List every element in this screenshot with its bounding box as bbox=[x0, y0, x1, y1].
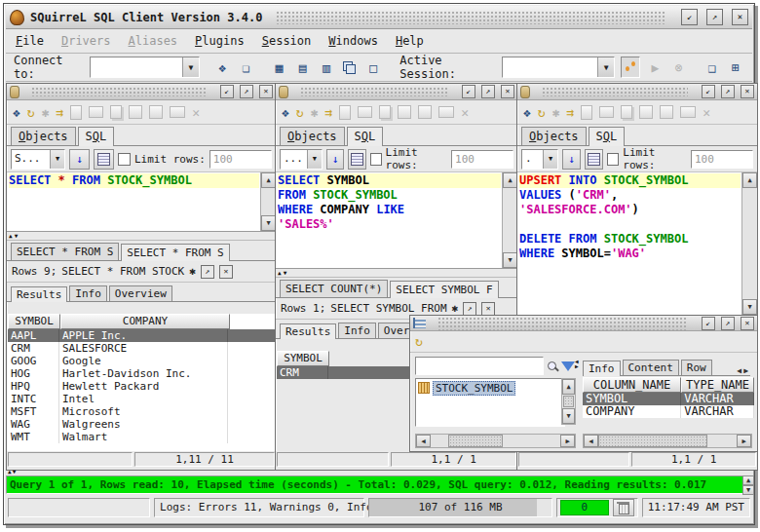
tab[interactable]: Results bbox=[280, 323, 336, 339]
show-history-button[interactable] bbox=[585, 149, 603, 170]
tab[interactable]: Info bbox=[69, 285, 107, 301]
append-history-button[interactable]: ↓ bbox=[562, 149, 581, 170]
object-tree-icon[interactable]: ⊞ bbox=[727, 57, 744, 77]
maximize-button[interactable]: ↗ bbox=[721, 85, 735, 98]
alias-properties-icon[interactable]: ❏ bbox=[237, 57, 254, 77]
tab-sql[interactable]: SQL bbox=[347, 127, 384, 146]
menu-plugins[interactable]: Plugins bbox=[195, 34, 245, 48]
frame-title-bar[interactable]: ↙ ↗ ✕ bbox=[410, 316, 757, 331]
save-icon[interactable] bbox=[639, 105, 653, 119]
tab[interactable]: SELECT SYMBOL F bbox=[390, 281, 498, 298]
table-row[interactable]: INTCIntel bbox=[8, 393, 275, 405]
print-icon[interactable] bbox=[680, 106, 696, 118]
menu-windows[interactable]: Windows bbox=[328, 34, 378, 48]
open-file-icon[interactable] bbox=[358, 106, 372, 118]
tab-sql[interactable]: SQL bbox=[589, 127, 626, 146]
chevron-down-icon[interactable]: ▼ bbox=[182, 57, 199, 77]
table-row[interactable]: SYMBOLVARCHAR bbox=[583, 393, 754, 405]
limit-rows-checkbox[interactable] bbox=[607, 153, 619, 166]
frame-title-bar[interactable]: ↙ ↗ ✕ bbox=[517, 84, 757, 100]
scroll-down-icon[interactable]: ▼ bbox=[261, 215, 276, 231]
close-file-icon[interactable]: ✕ bbox=[461, 106, 469, 119]
column-header[interactable]: SYMBOL bbox=[277, 351, 329, 366]
session-properties-icon[interactable]: ❖ bbox=[13, 106, 20, 119]
message-scrollbar[interactable]: ▲ ▼ bbox=[742, 475, 754, 492]
close-button[interactable]: ✕ bbox=[501, 85, 514, 98]
minimize-button[interactable]: ↙ bbox=[681, 9, 698, 25]
columns-table[interactable]: COLUMN_NAMETYPE_NAMESYMBOLVARCHARCOMPANY… bbox=[583, 377, 754, 418]
sql-history-combo[interactable]: S... ▼ bbox=[11, 149, 65, 170]
column-header[interactable]: SYMBOL bbox=[8, 314, 60, 329]
chevron-down-icon[interactable]: ▼ bbox=[50, 150, 64, 169]
close-button[interactable]: ✕ bbox=[259, 85, 273, 98]
pane-splitter-toggle[interactable]: ◀▶ bbox=[575, 359, 579, 368]
scroll-thumb[interactable] bbox=[563, 396, 574, 407]
show-history-button[interactable] bbox=[348, 149, 366, 170]
track-session-icon[interactable] bbox=[621, 57, 640, 78]
close-button[interactable]: ✕ bbox=[741, 85, 754, 98]
table-row[interactable]: HPQHewlett Packard bbox=[8, 380, 275, 393]
menu-help[interactable]: Help bbox=[396, 34, 424, 48]
table-row[interactable]: COMPANYVARCHAR bbox=[583, 405, 754, 418]
open-file-icon[interactable] bbox=[599, 106, 614, 118]
new-file-icon[interactable] bbox=[581, 105, 592, 120]
stop-icon[interactable]: ⊗ bbox=[670, 57, 688, 77]
chevron-down-icon[interactable]: ▼ bbox=[597, 57, 614, 77]
list-item[interactable]: STOCK_SYMBOL bbox=[418, 381, 562, 395]
message-splitter[interactable]: ▲ ▼ bbox=[8, 469, 16, 475]
scroll-up-icon[interactable]: ▲ bbox=[742, 475, 754, 485]
minimize-button[interactable]: ↙ bbox=[702, 85, 715, 98]
run-sql-icon[interactable]: ✱ bbox=[311, 106, 319, 119]
run-sql-icon[interactable]: ✱ bbox=[552, 106, 560, 119]
minimize-button[interactable]: ↙ bbox=[220, 85, 234, 98]
frame-title-bar[interactable]: ↙ ↗ ✕ bbox=[7, 84, 276, 100]
limit-rows-input[interactable] bbox=[209, 150, 272, 169]
column-header[interactable]: COLUMN_NAME bbox=[583, 377, 681, 393]
tab-objects[interactable]: Objects bbox=[11, 127, 76, 145]
new-file-icon[interactable] bbox=[70, 105, 82, 120]
scroll-up-icon[interactable]: ▲ bbox=[562, 379, 575, 395]
sql-editor[interactable]: UPSERT INTO STOCK_SYMBOLVALUES ('CRM','S… bbox=[517, 172, 742, 315]
menu-drivers[interactable]: Drivers bbox=[61, 34, 111, 48]
table-hscrollbar[interactable]: ◀ ▶ bbox=[583, 434, 752, 448]
new-file-icon[interactable] bbox=[339, 105, 351, 120]
chevron-down-icon[interactable]: ▼ bbox=[543, 150, 557, 169]
maximize-button[interactable]: ↗ bbox=[481, 85, 495, 98]
tab-row[interactable]: Row bbox=[681, 360, 712, 375]
limit-rows-checkbox[interactable] bbox=[370, 153, 382, 166]
append-file-icon[interactable] bbox=[379, 105, 391, 119]
close-result-icon[interactable]: ✕ bbox=[219, 265, 233, 279]
splitter[interactable]: ▲ ▼ bbox=[7, 232, 276, 241]
tab-info[interactable]: Info bbox=[583, 361, 621, 376]
close-file-icon[interactable]: ✕ bbox=[192, 106, 200, 119]
tab[interactable]: Overview bbox=[109, 285, 172, 301]
maximize-button[interactable]: ↗ bbox=[721, 317, 735, 330]
scroll-left-icon[interactable]: ◀ bbox=[416, 435, 431, 447]
tab-objects[interactable]: Objects bbox=[521, 127, 587, 145]
tab[interactable]: Results bbox=[11, 286, 67, 302]
scroll-down-icon[interactable]: ▼ bbox=[503, 252, 517, 268]
scroll-right-icon[interactable]: ▶ bbox=[737, 435, 751, 447]
table-row[interactable]: AAPLAPPLE Inc. bbox=[8, 329, 275, 342]
editor-scrollbar[interactable]: ▲ ▼ bbox=[260, 172, 276, 231]
save-as-icon[interactable] bbox=[660, 105, 673, 119]
maximize-button[interactable]: ↗ bbox=[706, 9, 723, 25]
table-row[interactable]: CRMSALESFORCE bbox=[8, 342, 275, 355]
frame-title-bar[interactable]: ↙ ↗ ✕ bbox=[276, 84, 517, 100]
scroll-down-icon[interactable]: ▼ bbox=[742, 299, 757, 315]
limit-rows-input[interactable] bbox=[691, 150, 753, 169]
search-input[interactable] bbox=[415, 357, 544, 375]
object-list[interactable]: STOCK_SYMBOL bbox=[415, 378, 565, 427]
print-icon[interactable] bbox=[170, 106, 185, 118]
print-icon[interactable] bbox=[438, 106, 454, 118]
refresh-icon[interactable]: ↻ bbox=[415, 335, 423, 348]
format-sql-icon[interactable]: ⇉ bbox=[56, 106, 63, 119]
close-button[interactable]: ✕ bbox=[741, 317, 754, 330]
sql-history-combo[interactable]: . ▼ bbox=[521, 149, 558, 170]
scroll-up-icon[interactable]: ▲ bbox=[261, 172, 276, 188]
refresh-icon[interactable]: ↻ bbox=[296, 106, 304, 119]
tab-objects[interactable]: Objects bbox=[280, 127, 345, 145]
tile-vertical-icon[interactable]: ▥ bbox=[318, 57, 335, 77]
run-sql-icon[interactable]: ✱ bbox=[42, 106, 50, 119]
session-properties-icon[interactable]: ❖ bbox=[523, 106, 531, 119]
